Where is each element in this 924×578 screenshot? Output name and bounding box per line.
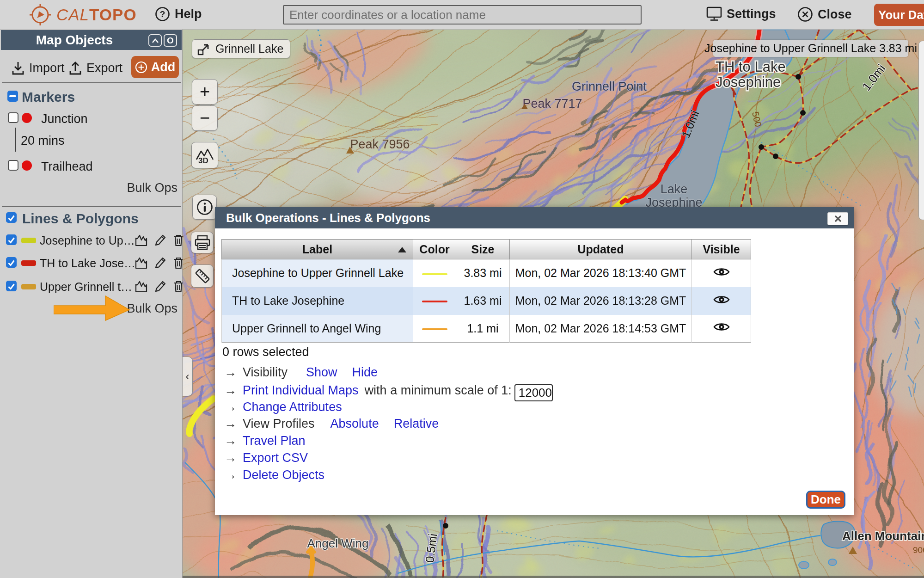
table-row[interactable]: TH to Lake Josephine 1.63 mi Mon, 02 Mar… [222,287,751,315]
eye-icon[interactable] [713,294,730,306]
cell-visible[interactable] [692,287,751,315]
markers-bulk-ops-link[interactable]: Bulk Ops [127,181,177,195]
column-header-label[interactable]: Label [222,240,413,259]
eye-icon[interactable] [713,321,730,333]
add-button[interactable]: Add [131,56,179,78]
settings-button[interactable]: Settings [706,6,776,21]
cell-color[interactable] [413,287,456,315]
delete-trash-icon[interactable] [172,256,184,270]
change-attributes-link[interactable]: Change Attributes [243,400,342,414]
caltopo-logo[interactable]: CALTOPO [29,4,137,26]
line-row-2-label[interactable]: Upper Grinnell t… [40,280,132,294]
marker-junction-label[interactable]: Junction [41,112,88,126]
cell-visible[interactable] [692,259,751,287]
travel-plan-link[interactable]: Travel Plan [243,434,306,448]
line-row-0-checkbox[interactable] [6,234,17,245]
cell-color[interactable] [413,315,456,343]
import-button[interactable]: Import [11,61,65,75]
delete-trash-icon[interactable] [172,280,184,293]
action-visibility: → Visibility Show Hide [224,365,378,380]
cell-size[interactable]: 1.1 mi [456,315,510,343]
action-arrow-icon: → [224,365,237,380]
zoom-out-label: − [200,108,210,128]
export-button[interactable]: Export [68,61,122,75]
search-input[interactable] [283,5,642,25]
zoom-out-button[interactable]: − [192,105,218,131]
cell-label[interactable]: TH to Lake Josephine [222,287,413,315]
line-row-1-label[interactable]: TH to Lake Jose… [40,257,132,270]
close-label: Close [818,7,852,22]
marker-trailhead-label[interactable]: Trailhead [41,160,93,174]
profile-icon[interactable] [135,280,148,293]
panel-collapse-button[interactable] [148,34,162,47]
delete-trash-icon[interactable] [172,234,184,247]
table-row[interactable]: Upper Grinnell to Angel Wing 1.1 mi Mon,… [222,315,751,343]
edit-pencil-icon[interactable] [154,234,166,247]
column-header-size[interactable]: Size [456,240,510,259]
cell-color[interactable] [413,259,456,287]
edit-pencil-icon[interactable] [154,256,166,270]
sidebar-collapse-handle[interactable]: ‹ [183,357,193,396]
logo-text: CALTOPO [56,6,137,24]
cell-updated[interactable]: Mon, 02 Mar 2026 18:14:53 GMT [510,315,692,343]
line-row-2-checkbox[interactable] [6,281,17,291]
eye-icon[interactable] [713,266,730,278]
action-travel-plan: → Travel Plan [224,434,306,448]
hide-link[interactable]: Hide [352,365,378,380]
info-button[interactable] [192,195,217,220]
row-color-line-icon [422,328,447,330]
divider [2,82,181,83]
help-button[interactable]: ? Help [155,6,202,22]
line-row-1-checkbox[interactable] [6,257,17,268]
delete-objects-link[interactable]: Delete Objects [243,468,324,482]
measure-ruler-button[interactable] [191,264,214,288]
cell-updated[interactable]: Mon, 02 Mar 2026 18:13:40 GMT [510,259,692,287]
column-header-visible[interactable]: Visible [692,240,751,259]
line-row-2-icons [135,280,184,293]
cell-label[interactable]: Josephine to Upper Grinnell Lake [222,259,413,287]
profile-icon[interactable] [135,256,148,270]
cell-updated[interactable]: Mon, 02 Mar 2026 18:13:28 GMT [510,287,692,315]
your-data-button[interactable]: Your Data [874,4,924,26]
panel-opacity-button[interactable]: O [164,34,177,47]
cell-size[interactable]: 3.83 mi [456,259,510,287]
done-button[interactable]: Done [806,491,845,509]
table-row[interactable]: Josephine to Upper Grinnell Lake 3.83 mi… [222,259,751,287]
action-arrow-icon: → [224,417,237,431]
absolute-link[interactable]: Absolute [330,417,379,431]
print-individual-maps-link[interactable]: Print Individual Maps [243,383,359,398]
markers-section-title: Markers [22,89,75,105]
relative-link[interactable]: Relative [394,417,439,431]
3d-view-button[interactable]: 3D [191,142,218,168]
export-csv-link[interactable]: Export CSV [243,451,308,465]
line-row-1-color-swatch [21,260,36,266]
markers-collapse-button[interactable] [7,91,18,102]
show-link[interactable]: Show [306,365,337,380]
checkbox-checked-icon [7,258,16,267]
lines-bulk-ops-link[interactable]: Bulk Ops [127,301,177,316]
print-button[interactable] [191,232,214,253]
place-search-result-button[interactable]: Grinnell Lake [192,39,290,58]
export-icon [68,61,82,75]
modal-close-button[interactable] [827,212,848,225]
column-header-updated[interactable]: Updated [510,240,692,259]
visibility-label: Visibility [243,365,288,380]
cell-label[interactable]: Upper Grinnell to Angel Wing [222,315,413,343]
marker-trailhead-checkbox[interactable] [8,160,18,171]
zoom-in-button[interactable]: + [192,79,218,105]
close-button[interactable]: Close [797,6,852,22]
column-header-color[interactable]: Color [413,240,456,259]
marker-junction-checkbox[interactable] [8,112,18,123]
line-row-0-label[interactable]: Josephine to Up… [40,234,132,247]
edit-pencil-icon[interactable] [154,280,166,293]
cell-visible[interactable] [692,315,751,343]
scale-input[interactable] [514,384,553,401]
profile-icon[interactable] [135,234,148,247]
view-profiles-label: View Profiles [243,417,315,431]
lines-group-checkbox[interactable] [6,212,17,223]
help-label: Help [175,7,202,21]
cell-size[interactable]: 1.63 mi [456,287,510,315]
right-panel-sliver[interactable] [918,41,924,220]
action-delete-objects: → Delete Objects [224,468,324,482]
settings-monitor-icon [706,6,722,21]
